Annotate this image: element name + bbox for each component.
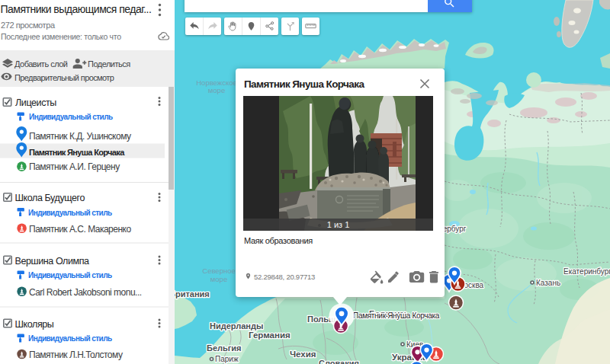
svg-text:Школяры: Школяры	[15, 319, 54, 330]
svg-text:Памятник А.С. Макаренко: Памятник А.С. Макаренко	[29, 224, 131, 235]
svg-text:море: море	[210, 275, 227, 283]
svg-text:Памятник Януша Корчака: Памятник Януша Корчака	[353, 311, 440, 320]
svg-text:Индивидуальный стиль: Индивидуальный стиль	[28, 271, 112, 279]
svg-text:Германия: Германия	[249, 330, 291, 340]
svg-text:Памятник К.Д. Ушинскому: Памятник К.Д. Ушинскому	[29, 131, 131, 142]
svg-text:Чехия: Чехия	[290, 350, 316, 359]
svg-text:Вершина Олимпа: Вершина Олимпа	[15, 256, 90, 267]
svg-text:Памятник Л.Н.Толстому: Памятник Л.Н.Толстому	[29, 350, 123, 360]
svg-text:Школа Будущего: Школа Будущего	[15, 193, 85, 203]
svg-text:море: море	[208, 86, 225, 94]
svg-text:Париж: Париж	[215, 355, 239, 363]
svg-text:1 из 1: 1 из 1	[327, 220, 350, 229]
svg-text:Лицеисты: Лицеисты	[15, 97, 56, 108]
svg-text:Индивидуальный стиль: Индивидуальный стиль	[28, 209, 112, 217]
svg-text:Британия: Британия	[175, 289, 210, 299]
svg-text:Екатеринбург: Екатеринбург	[563, 267, 610, 276]
svg-text:Словакия: Словакия	[319, 359, 359, 364]
svg-text:Индивидуальный стиль: Индивидуальный стиль	[29, 113, 113, 121]
svg-text:Памятник Януша Корчака: Памятник Януша Корчака	[29, 148, 125, 157]
svg-text:Памятник А.И. Герцену: Памятник А.И. Герцену	[29, 161, 120, 172]
svg-text:Бельгия: Бельгия	[207, 343, 242, 353]
svg-text:Северное: Северное	[202, 267, 235, 275]
svg-text:Казань: Казань	[536, 279, 560, 287]
svg-text:Индивидуальный стиль: Индивидуальный стиль	[28, 334, 112, 343]
svg-text:Carl Robert Jakobsoni monu...: Carl Robert Jakobsoni monu...	[29, 287, 142, 298]
svg-text:Нидерланды: Нидерланды	[210, 321, 263, 330]
